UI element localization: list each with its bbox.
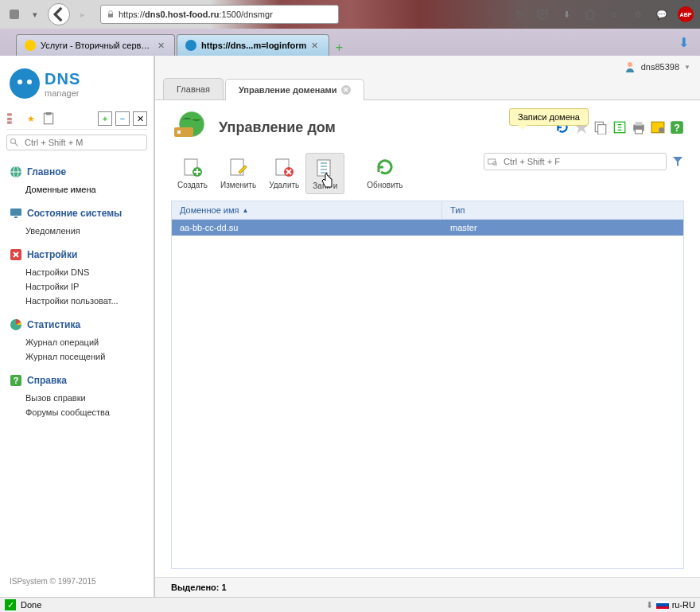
pocket-icon[interactable] bbox=[535, 6, 550, 22]
page-title: Управление дом bbox=[219, 119, 336, 136]
action-search-input[interactable] bbox=[484, 153, 667, 170]
search-icon bbox=[10, 138, 19, 147]
user-bar: dns85398 ▼ bbox=[155, 56, 700, 78]
status-bar: ✓ Done ⬇ ru-RU bbox=[0, 597, 700, 612]
svg-rect-0 bbox=[10, 10, 19, 19]
tab-label: Услуги - Вторичный сервер... bbox=[41, 41, 153, 50]
action-search bbox=[484, 153, 684, 170]
svg-rect-12 bbox=[10, 209, 21, 216]
svg-point-30 bbox=[659, 127, 664, 133]
svg-rect-4 bbox=[7, 121, 12, 123]
add-icon[interactable]: + bbox=[98, 111, 112, 126]
new-tab-button[interactable]: + bbox=[331, 40, 347, 56]
back-button[interactable] bbox=[48, 3, 70, 25]
th-type[interactable]: Тип bbox=[442, 201, 683, 219]
svg-text:?: ? bbox=[674, 123, 680, 134]
nav-item-user[interactable]: Настройки пользоват... bbox=[6, 294, 147, 308]
nav-item-visitlog[interactable]: Журнал посещений bbox=[6, 349, 147, 364]
abp-icon[interactable]: ABP bbox=[678, 6, 694, 22]
lock-icon bbox=[106, 10, 115, 19]
bubble-icon[interactable]: 💬 bbox=[654, 6, 670, 22]
globe-icon bbox=[10, 166, 22, 178]
nav-item-domains[interactable]: Доменные имена bbox=[6, 182, 147, 197]
nav-header-help[interactable]: ? Справка bbox=[6, 370, 147, 391]
nav-header-main[interactable]: Главное bbox=[6, 162, 147, 182]
main-tab-home[interactable]: Главная bbox=[163, 78, 224, 99]
star-icon[interactable]: ★ bbox=[24, 111, 38, 126]
nav-item-dns[interactable]: Настройки DNS bbox=[6, 265, 147, 279]
copy-tool-icon[interactable] bbox=[593, 120, 608, 134]
reload-icon[interactable]: ↻ bbox=[511, 6, 527, 22]
nav-item-forums[interactable]: Форумы сообщества bbox=[6, 405, 147, 419]
clipboard-icon[interactable] bbox=[41, 111, 56, 126]
print-tool-icon[interactable] bbox=[632, 120, 646, 134]
download-arrow-icon[interactable]: ⬇ bbox=[646, 600, 653, 610]
tree-icon[interactable] bbox=[6, 111, 21, 126]
delete-button[interactable]: Удалить bbox=[262, 153, 305, 193]
browser-tab-0[interactable]: Услуги - Вторичный сервер... ✕ bbox=[16, 34, 175, 56]
sync-icon[interactable]: ≋ bbox=[606, 6, 622, 22]
nav-header-settings[interactable]: Настройки bbox=[6, 244, 147, 265]
nav-item-callhelp[interactable]: Вызов справки bbox=[6, 391, 147, 405]
main-tab-domains[interactable]: Управление доменами ✕ bbox=[225, 79, 365, 100]
dev-icon[interactable]: ⚙ bbox=[630, 6, 646, 22]
tab-close-icon[interactable]: ✕ bbox=[311, 41, 321, 50]
browser-tab-1[interactable]: https://dns...m=loginform ✕ bbox=[177, 34, 329, 56]
isp-logo-icon[interactable] bbox=[6, 6, 22, 22]
svg-line-41 bbox=[496, 165, 498, 166]
sidebar-search-input[interactable] bbox=[6, 134, 147, 150]
edit-button[interactable]: Изменить bbox=[214, 153, 262, 193]
forward-button[interactable]: ▸ bbox=[75, 6, 91, 22]
export-tool-icon[interactable] bbox=[612, 120, 627, 134]
td-type: master bbox=[442, 220, 683, 236]
nav-item-notifications[interactable]: Уведомления bbox=[6, 224, 147, 238]
home-icon[interactable] bbox=[582, 6, 598, 22]
logo-text-small: manager bbox=[45, 88, 79, 98]
svg-rect-21 bbox=[174, 127, 193, 137]
logo-icon bbox=[10, 68, 40, 99]
nav-header-system[interactable]: Состояние системы bbox=[6, 203, 147, 224]
user-name[interactable]: dns85398 bbox=[641, 62, 679, 72]
sidebar-tools: ★ + − ✕ bbox=[6, 108, 147, 130]
main-tabs: Главная Управление доменами ✕ bbox=[155, 78, 700, 100]
content: Управление дом Записи домена ? Создать bbox=[155, 100, 700, 577]
td-domain: aa-bb-cc-dd.su bbox=[172, 220, 442, 236]
settings-tool-icon[interactable] bbox=[651, 120, 665, 134]
svg-line-8 bbox=[15, 143, 18, 146]
create-button[interactable]: Создать bbox=[171, 153, 214, 193]
records-button[interactable]: Запи и bbox=[305, 153, 344, 194]
download-indicator-icon[interactable]: ⬇ bbox=[679, 35, 689, 50]
dropdown-icon[interactable]: ▾ bbox=[27, 6, 43, 22]
nav-item-ip[interactable]: Настройки IP bbox=[6, 279, 147, 294]
help-tool-icon[interactable]: ? bbox=[670, 120, 684, 134]
filter-icon[interactable] bbox=[671, 155, 684, 168]
remove-icon[interactable]: − bbox=[115, 111, 130, 126]
status-text: Done bbox=[21, 600, 41, 610]
close-panel-icon[interactable]: ✕ bbox=[133, 111, 147, 126]
nav-header-stats[interactable]: Статистика bbox=[6, 314, 147, 335]
logo-text-big: DNS bbox=[45, 70, 80, 88]
nav-item-oplog[interactable]: Журнал операций bbox=[6, 335, 147, 349]
page-header: Управление дом Записи домена ? bbox=[171, 108, 684, 146]
tab-label: https://dns...m=loginform bbox=[201, 41, 306, 50]
browser-tabs: Услуги - Вторичный сервер... ✕ https://d… bbox=[0, 29, 700, 56]
tools-icon bbox=[10, 248, 22, 261]
tab-close-icon[interactable]: ✕ bbox=[158, 41, 166, 50]
svg-rect-38 bbox=[317, 160, 330, 176]
svg-rect-13 bbox=[14, 216, 18, 218]
refresh-button[interactable]: Обновить bbox=[360, 153, 409, 193]
svg-rect-2 bbox=[7, 113, 12, 115]
user-dropdown-icon[interactable]: ▼ bbox=[684, 64, 690, 71]
footer-bar: Выделено: 1 bbox=[155, 577, 700, 597]
svg-rect-22 bbox=[177, 131, 181, 134]
url-bar[interactable]: https://dns0.host-food.ru:1500/dnsmgr bbox=[100, 5, 339, 24]
locale-text: ru-RU bbox=[672, 600, 695, 610]
browser-toolbar: ▾ ▸ https://dns0.host-food.ru:1500/dnsmg… bbox=[0, 0, 700, 29]
tab-close-icon[interactable]: ✕ bbox=[341, 85, 351, 95]
flag-ru-icon bbox=[656, 601, 669, 609]
svg-text:?: ? bbox=[14, 376, 19, 385]
table-row[interactable]: aa-bb-cc-dd.su master bbox=[172, 220, 683, 236]
th-domain[interactable]: Доменное имя ▲ bbox=[172, 201, 442, 219]
download-icon[interactable]: ⬇ bbox=[558, 6, 574, 22]
data-table: Доменное имя ▲ Тип aa-bb-cc-dd.su master bbox=[171, 201, 684, 569]
